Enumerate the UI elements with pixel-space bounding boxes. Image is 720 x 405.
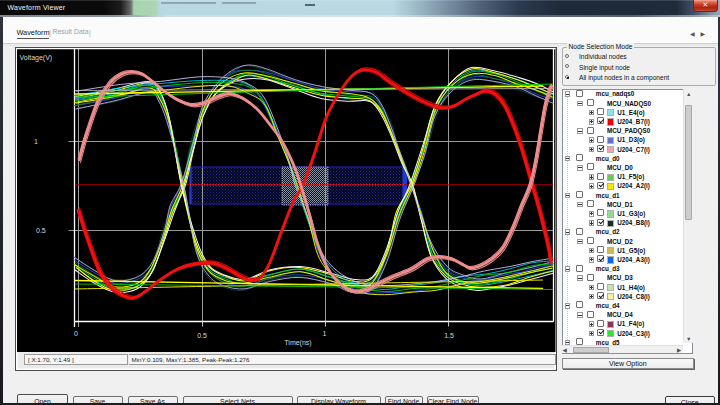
svg-text:Voltage(V): Voltage(V) xyxy=(20,54,53,62)
svg-text:Time(ns): Time(ns) xyxy=(284,339,311,347)
svg-text:1: 1 xyxy=(34,138,38,145)
svg-text:0: 0 xyxy=(74,330,78,337)
svg-text:1.5: 1.5 xyxy=(444,332,454,339)
svg-text:0.5: 0.5 xyxy=(197,332,207,339)
svg-text:0.5: 0.5 xyxy=(36,227,46,234)
svg-text:1: 1 xyxy=(323,330,327,337)
